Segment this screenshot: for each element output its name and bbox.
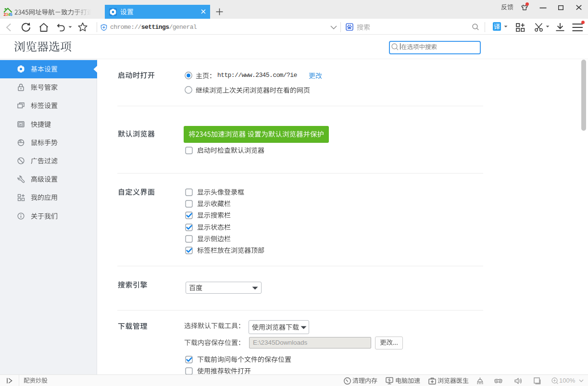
svg-text:5: 5 (10, 12, 13, 16)
